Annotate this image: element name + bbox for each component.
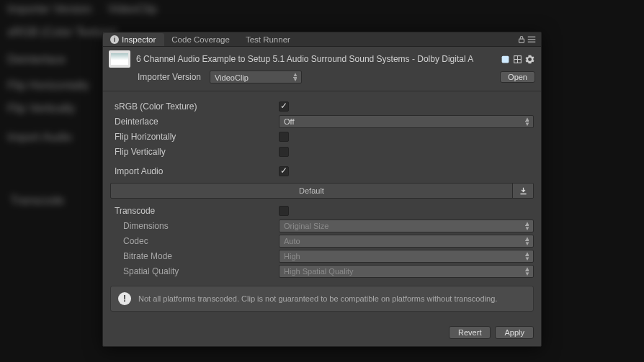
bitrate-label: Bitrate Mode	[110, 251, 279, 261]
inspector-panel: i Inspector Code Coverage Test Runner 6 …	[102, 32, 542, 347]
codec-label: Codec	[110, 236, 279, 246]
importer-row: Importer Version VideoClip ▲▼ Open	[103, 68, 541, 89]
tab-label: Code Coverage	[171, 35, 230, 44]
field-codec: Codec Auto ▲▼	[110, 233, 534, 248]
field-srgb: sRGB (Color Texture)	[110, 99, 534, 114]
deinterlace-dropdown[interactable]: Off ▲▼	[279, 115, 534, 128]
dropdown-value: VideoClip	[215, 73, 249, 82]
srgb-label: sRGB (Color Texture)	[110, 101, 279, 112]
deinterlace-label: Deinterlace	[110, 117, 279, 127]
dropdown-value: Off	[284, 117, 294, 126]
svg-rect-2	[528, 39, 536, 40]
importer-version-dropdown[interactable]: VideoClip ▲▼	[210, 71, 302, 83]
transcode-checkbox[interactable]	[279, 206, 289, 216]
open-button[interactable]: Open	[500, 71, 535, 83]
asset-thumbnail	[109, 50, 130, 68]
warning-icon: !	[118, 292, 131, 305]
srgb-checkbox[interactable]	[279, 101, 289, 112]
platform-tabs: Default	[110, 183, 534, 199]
svg-rect-1	[528, 36, 536, 37]
field-flip-horizontal: Flip Horizontally	[110, 129, 534, 144]
context-menu-icon[interactable]	[527, 35, 537, 45]
transcode-label: Transcode	[110, 206, 279, 216]
field-import-audio: Import Audio	[110, 163, 534, 178]
asset-header: 6 Channel Audio Example to Setup 5.1 Aud…	[103, 47, 541, 68]
tab-code-coverage[interactable]: Code Coverage	[164, 33, 238, 46]
dropdown-value: Original Size	[284, 222, 328, 230]
dimensions-dropdown[interactable]: Original Size ▲▼	[279, 220, 534, 232]
import-audio-label: Import Audio	[110, 166, 279, 176]
field-flip-vertical: Flip Vertically	[110, 144, 534, 159]
asset-title: 6 Channel Audio Example to Setup 5.1 Aud…	[136, 54, 494, 64]
dropdown-value: Auto	[284, 237, 300, 245]
svg-rect-6	[520, 193, 526, 194]
svg-rect-3	[528, 41, 536, 42]
svg-rect-4	[502, 55, 509, 63]
platform-download-icon[interactable]	[513, 184, 533, 198]
bitrate-dropdown[interactable]: High ▲▼	[279, 250, 534, 263]
tab-inspector[interactable]: i Inspector	[103, 33, 164, 46]
codec-dropdown[interactable]: Auto ▲▼	[279, 235, 534, 248]
spatial-label: Spatial Quality	[110, 266, 279, 276]
field-spatial-quality: Spatial Quality High Spatial Quality ▲▼	[110, 263, 534, 279]
dropdown-value: High Spatial Quality	[284, 267, 354, 276]
tab-test-runner[interactable]: Test Runner	[238, 33, 299, 46]
importer-version-label: Importer Version	[138, 72, 204, 82]
field-bitrate-mode: Bitrate Mode High ▲▼	[110, 248, 534, 263]
revert-button[interactable]: Revert	[449, 326, 491, 339]
prefab-icon[interactable]	[512, 54, 523, 65]
lock-icon[interactable]	[516, 35, 527, 45]
gear-icon[interactable]	[524, 54, 535, 65]
apply-button[interactable]: Apply	[495, 326, 534, 339]
svg-rect-0	[519, 39, 524, 42]
field-dimensions: Dimensions Original Size ▲▼	[110, 218, 534, 233]
footer: Revert Apply	[103, 319, 541, 346]
spatial-dropdown[interactable]: High Spatial Quality ▲▼	[279, 265, 534, 278]
tab-label: Inspector	[122, 35, 156, 44]
tab-bar: i Inspector Code Coverage Test Runner	[103, 32, 541, 47]
platform-default-tab[interactable]: Default	[111, 184, 513, 198]
field-transcode: Transcode	[110, 203, 534, 218]
field-deinterlace: Deinterlace Off ▲▼	[110, 114, 534, 129]
warning-text: Not all platforms transcoded. Clip is no…	[138, 294, 497, 303]
info-icon: i	[110, 35, 119, 44]
fliph-checkbox[interactable]	[279, 132, 289, 142]
fliph-label: Flip Horizontally	[110, 132, 279, 142]
addressable-icon[interactable]	[500, 54, 511, 65]
import-audio-checkbox[interactable]	[279, 166, 289, 176]
dropdown-value: High	[284, 252, 300, 261]
warning-box: ! Not all platforms transcoded. Clip is …	[110, 286, 534, 312]
tab-label: Test Runner	[246, 35, 290, 44]
flipv-label: Flip Vertically	[110, 147, 279, 157]
flipv-checkbox[interactable]	[279, 147, 289, 157]
dimensions-label: Dimensions	[110, 221, 279, 231]
tab-label: Default	[299, 186, 324, 195]
